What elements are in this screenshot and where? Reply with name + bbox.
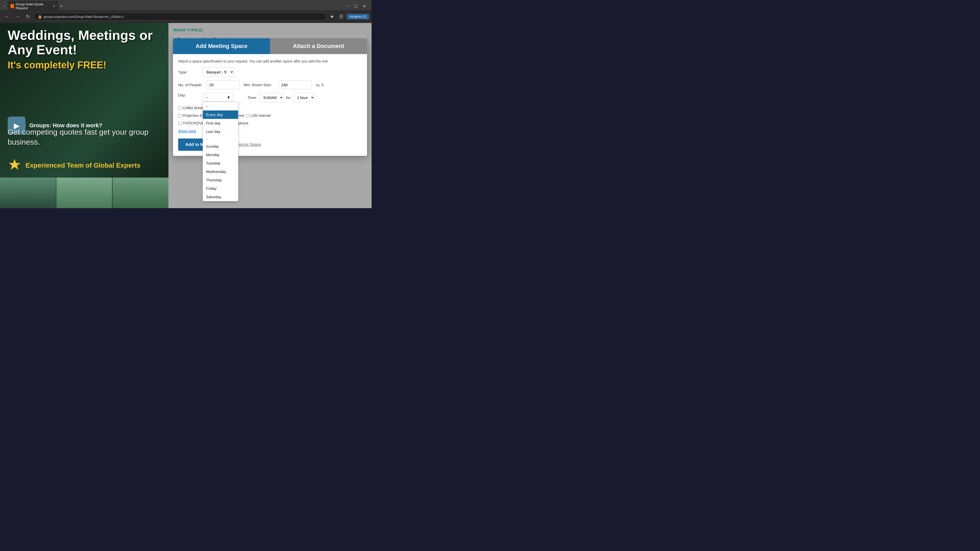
tvvcr-checkbox[interactable]	[178, 122, 181, 125]
type-row: Type: Banquet - 5'	[178, 67, 362, 77]
projection-checkbox[interactable]	[178, 114, 181, 118]
day-label: Day:	[178, 93, 199, 97]
people-roomsize-row: No. of People: Min. Room Size: sq. ft.	[178, 80, 362, 89]
bottom-images	[0, 178, 169, 208]
incognito-profile-button[interactable]: Incognito (2)	[347, 14, 369, 19]
extensions-button[interactable]: ☰	[338, 13, 345, 21]
cancel-space-button[interactable]: Cancel Space	[236, 142, 261, 147]
modal-overlay: Add Meeting Space Attach a Document Atta…	[169, 23, 372, 208]
hero-text: Weddings, Meetings or Any Event! It's co…	[0, 23, 169, 140]
browser-chrome: ‹ Group Hotel Quote Request ✕ + − ☐ ✕ ← …	[0, 0, 372, 23]
coffee-label: Coffee Break	[183, 106, 204, 110]
close-button[interactable]: ✕	[361, 3, 368, 9]
refresh-button[interactable]: ↻	[24, 13, 32, 21]
people-label: No. of People:	[178, 83, 202, 87]
dropdown-item-last-day[interactable]: Last day	[203, 127, 238, 136]
tab-close-button[interactable]: ✕	[53, 4, 56, 8]
mid-section: Get competing quotes fast get your group…	[8, 127, 161, 147]
experts-text: Experienced Team of Global Experts	[25, 162, 140, 169]
hero-panel: Weddings, Meetings or Any Event! It's co…	[0, 23, 169, 208]
dropdown-item-tuesday[interactable]: Tuesday	[203, 159, 238, 167]
dropdown-item-first-day[interactable]: First day	[203, 119, 238, 127]
checkbox-coffee: Coffee Break	[178, 106, 204, 110]
dropdown-item-saturday[interactable]: Saturday	[203, 192, 238, 201]
competing-quotes: Get competing quotes fast get your group…	[8, 127, 161, 147]
modal-body: Attach a space specification to your req…	[173, 54, 367, 156]
back-button[interactable]: ←	[3, 13, 11, 21]
svg-text:✓: ✓	[13, 163, 16, 167]
window-controls: − ☐ ✕	[345, 3, 369, 9]
minimize-button[interactable]: −	[345, 3, 350, 9]
bottom-img-2	[56, 178, 112, 208]
right-panel: ROOM TYPE(S) Each room will be different…	[169, 23, 372, 208]
maximize-button[interactable]: ☐	[352, 3, 359, 9]
day-time-row: Day: -- ▼ -- Every day First day	[178, 93, 362, 102]
time-select[interactable]: 9:00AM	[259, 93, 283, 102]
duration-select[interactable]: 1 hour	[293, 93, 315, 102]
dropdown-item-sunday[interactable]: Sunday	[203, 142, 238, 151]
dropdown-separator: --	[203, 136, 238, 142]
bottom-img-3	[113, 178, 169, 208]
day-dropdown-wrapper: -- ▼ -- Every day First day Last day -- …	[203, 93, 233, 102]
tab-attach-document[interactable]: Attach a Document	[270, 38, 367, 54]
day-select-display[interactable]: -- ▼	[203, 93, 233, 102]
bookmark-button[interactable]: ★	[328, 13, 336, 21]
main-content: Weddings, Meetings or Any Event! It's co…	[0, 23, 372, 208]
dropdown-item-thursday[interactable]: Thursday	[203, 176, 238, 184]
day-select-value: --	[205, 95, 208, 100]
lan-label: LAN Internet	[251, 114, 271, 118]
dropdown-item-monday[interactable]: Monday	[203, 151, 238, 159]
dropdown-item-every-day[interactable]: Every day	[203, 110, 238, 119]
tab-title: Group Hotel Quote Request	[16, 2, 50, 10]
day-dropdown-list: -- Every day First day Last day -- Sunda…	[203, 102, 239, 201]
time-label: Time:	[248, 95, 257, 100]
forward-button[interactable]: →	[13, 13, 22, 21]
lan-checkbox[interactable]	[246, 114, 249, 118]
for-label: for	[286, 95, 291, 100]
experts-section: ✓ Experienced Team of Global Experts	[8, 159, 140, 172]
tab-favicon	[11, 4, 14, 8]
bottom-img-1	[0, 178, 56, 208]
hero-free-text: It's completely FREE!	[8, 60, 161, 71]
hero-title: Weddings, Meetings or Any Event!	[8, 28, 161, 57]
day-chevron-icon: ▼	[227, 95, 231, 100]
show-more-link[interactable]: Show more	[178, 129, 196, 133]
type-label: Type:	[178, 70, 199, 74]
tvvcr-label: TV/VCR/DVD	[183, 121, 204, 125]
new-tab-button[interactable]: +	[60, 3, 63, 9]
people-input[interactable]	[207, 80, 240, 89]
tab-nav-back[interactable]: ‹	[2, 3, 6, 9]
checkbox-lan: LAN Internet	[246, 114, 271, 118]
address-bar: ← → ↻ 🔒 groups.expedia.com/Group-Rate/?l…	[0, 10, 372, 23]
checkbox-tvvcr: TV/VCR/DVD	[178, 121, 204, 125]
modal-tabs: Add Meeting Space Attach a Document	[173, 38, 367, 54]
coffee-checkbox[interactable]	[178, 106, 181, 110]
modal-description: Attach a space specification to your req…	[178, 59, 362, 63]
type-select[interactable]: Banquet - 5'	[203, 67, 234, 77]
room-size-unit: sq. ft.	[316, 83, 325, 87]
badge-icon: ✓	[8, 159, 22, 172]
active-tab[interactable]: Group Hotel Quote Request ✕	[7, 1, 59, 11]
room-size-label: Min. Room Size:	[244, 83, 274, 87]
dropdown-item-wednesday[interactable]: Wednesday	[203, 167, 238, 176]
add-meeting-space-modal: Add Meeting Space Attach a Document Atta…	[173, 38, 367, 156]
time-row: Time: 9:00AM for 1 hour	[248, 93, 315, 102]
url-bar[interactable]: 🔒 groups.expedia.com/Group-Rate/?locale=…	[34, 13, 326, 21]
dropdown-item-blank[interactable]: --	[203, 102, 238, 110]
tab-bar: ‹ Group Hotel Quote Request ✕ + − ☐ ✕	[0, 0, 372, 10]
tab-add-meeting-space[interactable]: Add Meeting Space	[173, 38, 270, 54]
url-text: groups.expedia.com/Group-Rate/?locale=en…	[44, 15, 124, 19]
dropdown-item-friday[interactable]: Friday	[203, 184, 238, 192]
room-size-input[interactable]	[278, 80, 312, 89]
